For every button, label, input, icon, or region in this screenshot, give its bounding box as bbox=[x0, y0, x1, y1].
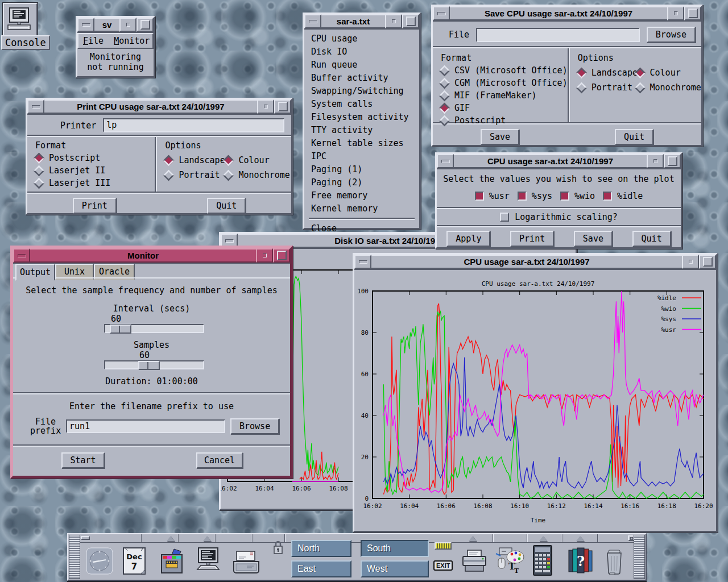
menu-file[interactable]: File bbox=[83, 36, 104, 46]
file-input[interactable] bbox=[476, 28, 640, 42]
mail-icon[interactable] bbox=[231, 547, 262, 575]
cancel-button[interactable]: Cancel bbox=[196, 452, 243, 468]
samples-slider-thumb[interactable] bbox=[138, 361, 160, 370]
subpanel-arrow-icon[interactable] bbox=[576, 536, 584, 541]
maximize-button[interactable] bbox=[136, 18, 154, 32]
samples-slider[interactable] bbox=[104, 360, 204, 369]
sar-menu-item[interactable]: IPC bbox=[309, 150, 415, 163]
clock-icon[interactable] bbox=[85, 547, 114, 575]
sar-menu-item[interactable]: Kernel memory bbox=[309, 202, 415, 215]
minimize-button[interactable] bbox=[667, 6, 684, 20]
browse-button[interactable]: Browse bbox=[230, 418, 279, 434]
subpanel-arrow-icon[interactable] bbox=[203, 536, 211, 541]
sar-menu-item[interactable]: TTY activity bbox=[309, 124, 415, 136]
menu-monitor[interactable]: Monitor bbox=[114, 36, 150, 46]
panel-minimize-handle[interactable] bbox=[81, 536, 90, 540]
calendar-icon[interactable]: Dec 7 bbox=[121, 546, 148, 576]
minimize-button[interactable] bbox=[257, 99, 274, 114]
window-menu-button[interactable] bbox=[27, 99, 44, 114]
subpanel-arrow-icon[interactable] bbox=[469, 536, 477, 541]
terminal-icon[interactable] bbox=[193, 546, 223, 576]
print-option-landscape[interactable]: Landscape bbox=[164, 155, 224, 165]
plot-value--idle[interactable]: %idle bbox=[603, 191, 643, 201]
workspace-west-button[interactable]: West bbox=[361, 560, 429, 577]
panel-right-grip[interactable] bbox=[634, 535, 645, 579]
sar-menu-item[interactable]: CPU usage bbox=[309, 32, 415, 45]
quit-button[interactable]: Quit bbox=[632, 231, 671, 247]
file-prefix-input[interactable]: run1 bbox=[66, 419, 225, 433]
sar-menu-item[interactable]: Filesystem activity bbox=[309, 111, 415, 123]
minimize-button[interactable] bbox=[119, 18, 136, 32]
panel-left-grip[interactable] bbox=[69, 535, 80, 579]
save-format-gif[interactable]: GIF bbox=[440, 103, 568, 113]
plot-value--usr[interactable]: %usr bbox=[475, 191, 510, 201]
trash-icon[interactable] bbox=[602, 546, 627, 576]
save-format-cgm-microsoft-office-[interactable]: CGM (Microsoft Office) bbox=[440, 78, 568, 88]
subpanel-arrow-icon[interactable] bbox=[539, 536, 547, 541]
save-option-colour[interactable]: Colour bbox=[635, 68, 704, 78]
print-format-laserjet-iii[interactable]: Laserjet III bbox=[34, 178, 155, 188]
maximize-button[interactable] bbox=[684, 6, 701, 20]
print-format-postscript[interactable]: Postscript bbox=[34, 153, 155, 163]
print-format-laserjet-ii[interactable]: Laserjet II bbox=[34, 165, 155, 176]
plot-value--sys[interactable]: %sys bbox=[518, 191, 552, 201]
sar-menu-item[interactable]: Kernel table sizes bbox=[309, 137, 415, 149]
style-manager-icon[interactable]: T T bbox=[494, 546, 526, 576]
sar-menu-item[interactable]: Disk IO bbox=[309, 45, 415, 58]
console-icon-label[interactable]: Console bbox=[1, 35, 50, 50]
print-option-monochrome[interactable]: Monochrome bbox=[224, 170, 291, 180]
quit-button[interactable]: Quit bbox=[207, 198, 246, 214]
save-option-monochrome[interactable]: Monochrome bbox=[635, 82, 704, 93]
quit-button[interactable]: Quit bbox=[615, 129, 653, 145]
maximize-button[interactable] bbox=[664, 154, 681, 168]
minimize-button[interactable] bbox=[256, 248, 273, 263]
workspace-north-button[interactable]: North bbox=[291, 540, 351, 557]
lock-icon[interactable] bbox=[273, 540, 283, 555]
calculator-icon[interactable] bbox=[530, 544, 555, 577]
print-option-portrait[interactable]: Portrait bbox=[164, 170, 224, 180]
sar-menu-item[interactable]: Buffer activity bbox=[309, 72, 415, 84]
save-option-portrait[interactable]: Portrait bbox=[577, 82, 635, 93]
window-menu-button[interactable] bbox=[13, 248, 30, 263]
plot-value--wio[interactable]: %wio bbox=[560, 191, 595, 201]
minimize-button[interactable] bbox=[682, 255, 699, 269]
maximize-button[interactable] bbox=[402, 14, 419, 28]
sar-menu-item[interactable]: Paging (1) bbox=[309, 163, 415, 176]
log-scaling-checkbox[interactable] bbox=[500, 213, 509, 222]
file-manager-icon[interactable] bbox=[157, 546, 187, 576]
browse-button[interactable]: Browse bbox=[647, 27, 696, 43]
interval-slider[interactable] bbox=[104, 324, 204, 333]
save-format-mif-framemaker-[interactable]: MIF (FrameMaker) bbox=[440, 90, 568, 101]
window-menu-button[interactable] bbox=[433, 6, 450, 20]
maximize-button[interactable] bbox=[273, 248, 290, 263]
sar-menu-item[interactable]: Paging (2) bbox=[309, 176, 415, 189]
subpanel-arrow-icon[interactable] bbox=[167, 536, 175, 541]
save-option-landscape[interactable]: Landscape bbox=[577, 68, 635, 78]
maximize-button[interactable] bbox=[699, 255, 716, 269]
window-menu-button[interactable] bbox=[77, 18, 94, 32]
sar-menu-item[interactable]: Run queue bbox=[309, 59, 415, 71]
exit-button[interactable]: EXIT bbox=[433, 560, 453, 571]
sar-menu-item[interactable]: System calls bbox=[309, 98, 415, 110]
help-icon[interactable]: ? bbox=[564, 546, 596, 576]
workspace-east-button[interactable]: East bbox=[291, 560, 351, 577]
print-option-colour[interactable]: Colour bbox=[224, 155, 291, 165]
apply-button[interactable]: Apply bbox=[446, 231, 490, 247]
minimize-button[interactable] bbox=[385, 14, 402, 28]
sar-menu-item[interactable]: Swapping/Switching bbox=[309, 85, 415, 97]
minimize-button[interactable] bbox=[647, 154, 664, 168]
window-menu-button[interactable] bbox=[304, 14, 321, 28]
printer-input[interactable]: lp bbox=[103, 118, 284, 132]
console-icon[interactable] bbox=[3, 3, 38, 38]
maximize-button[interactable] bbox=[274, 99, 291, 114]
tab-output[interactable]: Output bbox=[15, 264, 55, 281]
sar-menu-item[interactable]: Free memory bbox=[309, 189, 415, 202]
start-button[interactable]: Start bbox=[61, 452, 105, 468]
print-button[interactable]: Print bbox=[510, 231, 554, 247]
window-menu-button[interactable] bbox=[354, 255, 371, 269]
save-format-csv-microsoft-office-[interactable]: CSV (Microsoft Office) bbox=[440, 65, 568, 76]
save-button[interactable]: Save bbox=[481, 129, 519, 145]
workspace-south-button[interactable]: South bbox=[361, 540, 429, 557]
interval-slider-thumb[interactable] bbox=[110, 325, 131, 334]
window-menu-button[interactable] bbox=[437, 154, 454, 168]
